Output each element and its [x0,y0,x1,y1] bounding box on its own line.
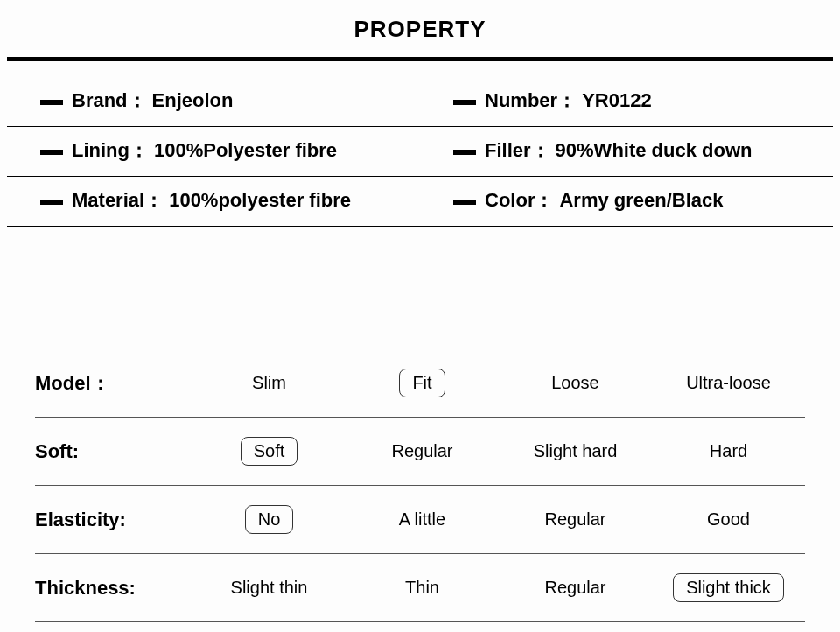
attribute-option: Regular [499,574,652,601]
property-cell-filler: Filler： 90%White duck down [420,127,833,177]
attribute-option-text: Slim [240,369,298,397]
title-divider [7,57,833,61]
attribute-label: Soft: [35,440,192,463]
attribute-option-selected: No [245,505,294,534]
property-cell-color: Color： Army green/Black [420,177,833,227]
attribute-option-text: Thin [393,574,452,601]
attribute-option-selected: Soft [241,437,298,466]
dash-icon [40,150,63,155]
attribute-section: Model：SlimFitLooseUltra-looseSoft:SoftRe… [0,349,840,622]
attribute-row: Elasticity:NoA littleRegularGood [35,486,805,554]
property-value: 100%polyester fibre [169,189,351,212]
dash-icon [40,200,63,205]
attribute-option: Slight hard [499,438,652,465]
property-row: Lining： 100%Polyester fibre Filler： 90%W… [0,127,840,177]
attribute-option: Thin [346,574,499,601]
page-title: PROPERTY [0,0,840,57]
property-value: Army green/Black [559,189,723,212]
property-label: Color： [485,187,554,214]
dash-icon [40,100,63,105]
property-cell-number: Number： YR0122 [420,77,833,127]
attribute-option: No [192,505,346,534]
attribute-option-text: Regular [379,438,465,465]
attribute-option-selected: Fit [399,369,444,397]
attribute-option-text: Slight hard [522,438,630,465]
property-row: Material： 100%polyester fibre Color： Arm… [0,177,840,227]
attribute-option-text: Regular [532,574,618,601]
attribute-option: Loose [499,369,652,397]
property-cell-lining: Lining： 100%Polyester fibre [7,127,420,177]
property-label: Brand： [72,88,147,114]
attribute-option-text: A little [387,506,458,533]
attribute-option-text: Good [695,506,762,533]
property-cell-material: Material： 100%polyester fibre [7,177,420,227]
attribute-option-text: Ultra-loose [674,369,783,397]
attribute-option: Good [652,506,805,533]
attribute-option: Hard [652,438,805,465]
dash-icon [453,200,476,205]
attribute-row: Soft:SoftRegularSlight hardHard [35,418,805,486]
attribute-row: Thickness:Slight thinThinRegularSlight t… [35,554,805,622]
property-value: 100%Polyester fibre [154,139,337,162]
attribute-option: Ultra-loose [652,369,805,397]
attribute-option-text: Slight thin [219,574,320,601]
property-label: Filler： [485,137,550,164]
dash-icon [453,100,476,105]
attribute-option: Regular [499,506,652,533]
property-table: Brand： Enjeolon Number： YR0122 Lining： 1… [0,77,840,227]
property-row: Brand： Enjeolon Number： YR0122 [0,77,840,127]
attribute-label: Elasticity: [35,509,192,531]
property-label: Number： [485,88,577,114]
attribute-option: Regular [346,438,499,465]
property-label: Material： [72,187,164,214]
attribute-option: Slight thick [652,573,805,602]
property-value: 90%White duck down [556,139,752,162]
attribute-option-text: Regular [532,506,618,533]
property-label: Lining： [72,137,149,164]
attribute-option-text: Hard [697,438,760,465]
attribute-option: Fit [346,369,499,397]
attribute-option: Slim [192,369,346,397]
attribute-option: Slight thin [192,574,346,601]
dash-icon [453,150,476,155]
attribute-label: Thickness: [35,577,192,600]
attribute-option-text: Loose [539,369,612,397]
attribute-option: A little [346,506,499,533]
attribute-row: Model：SlimFitLooseUltra-loose [35,349,805,418]
attribute-option: Soft [192,437,346,466]
property-cell-brand: Brand： Enjeolon [7,77,420,127]
property-value: YR0122 [582,89,652,112]
attribute-option-selected: Slight thick [673,573,784,602]
attribute-label: Model： [35,370,192,397]
property-value: Enjeolon [152,89,234,112]
